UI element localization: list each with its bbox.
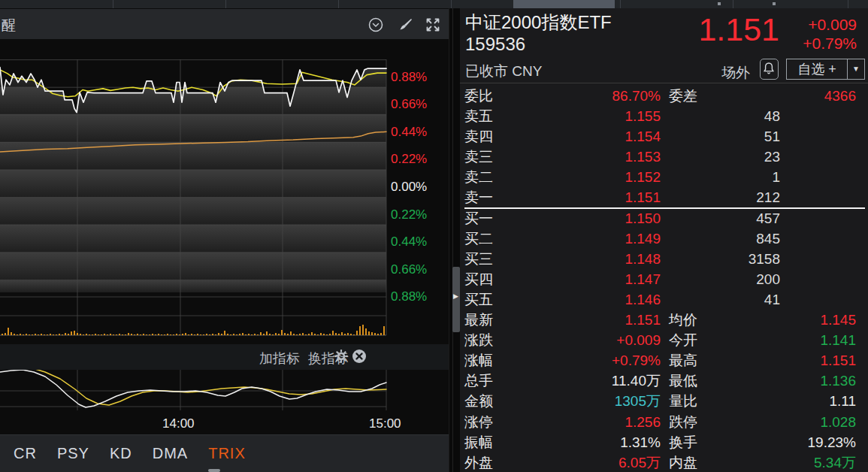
volume-bar xyxy=(62,334,63,335)
bid-price: 1.149 xyxy=(625,228,661,249)
horizontal-scrollbar-thumb[interactable] xyxy=(208,469,220,472)
stat-row[interactable]: 总手11.40万最低1.136 xyxy=(460,371,868,391)
percent-tick-label: 0.66% xyxy=(391,97,437,112)
stat-row[interactable]: 金额1305万量比1.11 xyxy=(460,391,868,411)
volume-bar xyxy=(305,334,307,335)
ask-row[interactable]: 卖三1.15323 xyxy=(460,147,868,167)
bid-row[interactable]: 买一1.150457 xyxy=(460,208,868,228)
chart-toolbar: 醒 xyxy=(0,9,449,39)
volume-bar xyxy=(185,333,186,335)
active-tab-segment[interactable] xyxy=(513,0,615,8)
caret-down-icon[interactable]: ▼ xyxy=(847,59,864,79)
committee-diff-label: 委差 xyxy=(669,86,697,106)
quote-rows: 委比86.70%委差4366卖五1.15548卖四1.15451卖三1.1532… xyxy=(460,86,868,472)
alert-partial-title: 醒 xyxy=(2,16,16,35)
percent-tick-label: 0.22% xyxy=(391,152,437,167)
ask-quantity: 23 xyxy=(764,147,780,167)
volume-bar xyxy=(26,334,27,335)
volume-bar xyxy=(110,334,111,335)
brush-icon[interactable] xyxy=(397,17,413,33)
volume-bar xyxy=(191,334,192,335)
ask-quantity: 212 xyxy=(756,187,780,207)
volume-bar xyxy=(383,326,385,335)
committee-ratio-label: 委比 xyxy=(464,86,493,106)
bid-row[interactable]: 买五1.14641 xyxy=(460,289,868,310)
stat-value-2: 1.11 xyxy=(829,391,856,411)
indicator-tab-bar: CRPSYKDDMATRIX xyxy=(0,434,449,472)
volume-bar xyxy=(29,334,30,335)
volume-bar xyxy=(89,334,90,335)
stat-row[interactable]: 涨停1.256跌停1.028 xyxy=(460,412,868,432)
volume-bar xyxy=(152,334,153,335)
volume-bar xyxy=(227,334,228,335)
bid-row[interactable]: 买四1.147200 xyxy=(460,269,868,289)
gear-icon[interactable] xyxy=(334,349,349,364)
volume-bar xyxy=(35,334,36,335)
price-area-fill xyxy=(0,68,386,292)
alert-bell-button[interactable] xyxy=(760,59,779,80)
stat-label-2: 均价 xyxy=(669,310,697,330)
bid-price: 1.150 xyxy=(625,208,661,228)
close-circle-icon[interactable] xyxy=(352,349,367,364)
clock-circle-icon[interactable] xyxy=(367,17,384,33)
top-tab-strip[interactable] xyxy=(0,0,868,8)
tab-trix[interactable]: TRIX xyxy=(208,445,246,462)
add-indicator-button[interactable]: 加指标 xyxy=(259,349,300,368)
volume-bar xyxy=(278,334,280,335)
volume-bar xyxy=(107,334,108,335)
stat-value-2: 1.145 xyxy=(820,310,856,330)
volume-bar xyxy=(92,334,93,335)
market-status: 已收市 CNY xyxy=(465,62,542,81)
volume-bar xyxy=(80,334,81,335)
stat-label-2: 换手 xyxy=(669,432,697,452)
expand-icon[interactable] xyxy=(425,17,441,33)
percent-tick-label: 0.44% xyxy=(391,125,437,140)
pane-splitter: ▶ xyxy=(449,8,461,472)
ask-row[interactable]: 卖一1.151212 xyxy=(460,187,868,207)
stat-row[interactable]: 振幅1.31%换手19.23% xyxy=(460,432,868,452)
volume-bar xyxy=(188,334,189,335)
stat-label-2: 量比 xyxy=(669,391,697,411)
intraday-chart[interactable] xyxy=(0,39,449,434)
tab-divider xyxy=(338,0,339,8)
volume-bar xyxy=(194,334,195,335)
ask-row[interactable]: 卖二1.1521 xyxy=(460,167,868,187)
volume-bar xyxy=(257,334,259,335)
volume-bar xyxy=(2,334,3,335)
stat-row[interactable]: 涨幅+0.79%最高1.151 xyxy=(460,350,868,371)
stat-row[interactable]: 涨跌+0.009今开1.141 xyxy=(460,330,868,350)
volume-bar xyxy=(59,334,60,335)
tab-psy[interactable]: PSY xyxy=(57,445,89,462)
stat-label: 涨跌 xyxy=(464,330,493,350)
tab-glyph xyxy=(718,2,721,5)
volume-bar xyxy=(116,334,117,335)
stat-row[interactable]: 外盘6.05万内盘5.34万 xyxy=(460,452,868,472)
ask-row[interactable]: 卖五1.15548 xyxy=(460,106,868,126)
tab-cr[interactable]: CR xyxy=(14,445,37,462)
watchlist-add-label[interactable]: 自选 + xyxy=(787,59,847,79)
scrollbar-track[interactable] xyxy=(452,8,453,472)
collapse-arrow-icon[interactable]: ▶ xyxy=(453,292,458,300)
tab-dma[interactable]: DMA xyxy=(153,445,188,462)
percent-tick-label: 0.00% xyxy=(391,180,437,195)
watchlist-button[interactable]: 自选 + ▼ xyxy=(786,59,865,80)
volume-bar xyxy=(50,334,51,335)
ask-level-label: 卖二 xyxy=(464,167,493,187)
volume-bar xyxy=(98,334,99,335)
bid-quantity: 41 xyxy=(764,289,780,310)
volume-bar xyxy=(23,334,24,335)
bid-row[interactable]: 买三1.1483158 xyxy=(460,249,868,269)
bid-row[interactable]: 买二1.149845 xyxy=(460,228,868,249)
volume-bar xyxy=(275,333,277,335)
security-code: 159536 xyxy=(465,34,525,55)
volume-bar xyxy=(347,333,349,335)
tab-glyph xyxy=(773,2,776,5)
volume-bar xyxy=(284,333,286,335)
tab-kd[interactable]: KD xyxy=(110,445,132,462)
ask-row[interactable]: 卖四1.15451 xyxy=(460,126,868,147)
bid-price: 1.146 xyxy=(625,289,661,310)
volume-bar xyxy=(209,334,210,335)
stat-row[interactable]: 最新1.151均价1.145 xyxy=(460,310,868,330)
committee-row[interactable]: 委比86.70%委差4366 xyxy=(460,86,868,106)
volume-bar xyxy=(251,334,253,335)
